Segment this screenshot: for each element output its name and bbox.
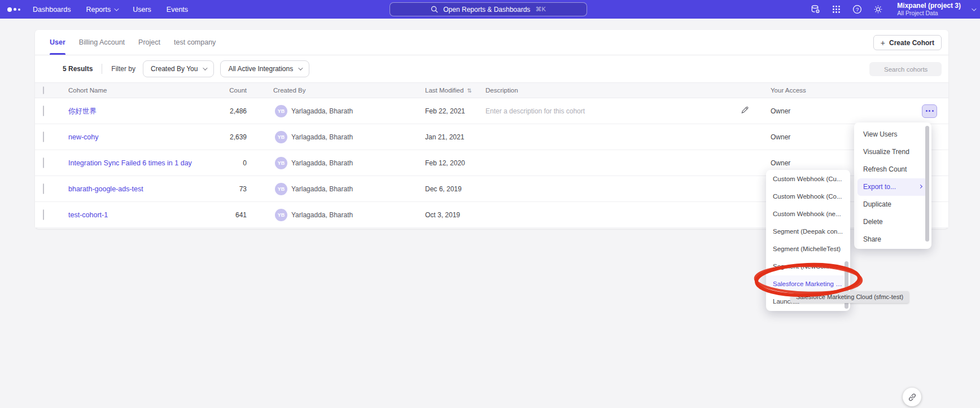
project-name: Mixpanel (project 3) [897, 2, 961, 10]
mixpanel-logo-icon[interactable] [7, 7, 20, 12]
global-search-placeholder: Open Reports & Dashboards [443, 6, 530, 14]
chevron-down-icon [203, 65, 208, 70]
tab-billing-account[interactable]: Billing Account [79, 30, 125, 55]
column-created-by: Created By [273, 87, 306, 94]
avatar: YB [275, 157, 287, 169]
filter-by-label: Filter by [111, 65, 135, 73]
access-level: Owner [771, 107, 790, 115]
nav-link-users[interactable]: Users [133, 6, 151, 14]
access-level: Owner [771, 133, 790, 141]
submenu-item-segment-michelletest[interactable]: Segment (MichelleTest) [766, 240, 844, 258]
last-modified-date: Feb 22, 2021 [425, 107, 465, 115]
divider [102, 64, 102, 74]
tab-user[interactable]: User [50, 30, 65, 55]
submenu-item-custom-webhook-1[interactable]: Custom Webhook (Cu... [766, 170, 844, 188]
avatar: YB [275, 183, 287, 195]
help-icon[interactable]: ? [852, 5, 862, 15]
search-icon [431, 6, 438, 13]
table-row: 你好世界 2,486 YB Yarlagadda, Bharath Feb 22… [35, 98, 948, 124]
cohort-name-link[interactable]: new-cohy [68, 133, 99, 141]
menu-item-duplicate[interactable]: Duplicate [854, 196, 931, 213]
submenu-item-custom-webhook-3[interactable]: Custom Webhook (ne... [766, 205, 844, 223]
share-link-floating-button[interactable] [903, 388, 921, 406]
svg-text:?: ? [856, 6, 859, 12]
export-destinations-submenu: Custom Webhook (Cu... Custom Webhook (Co… [766, 170, 850, 311]
menu-item-share[interactable]: Share [854, 231, 931, 248]
integrations-filter-dropdown[interactable]: All Active Integrations [220, 60, 309, 77]
edit-description-pencil-icon[interactable] [741, 106, 749, 116]
select-all-checkbox[interactable] [43, 86, 44, 94]
column-cohort-name: Cohort Name [68, 87, 107, 94]
link-icon [908, 393, 917, 402]
chevron-down-icon [298, 65, 303, 70]
created-by-name: Yarlagadda, Bharath [291, 185, 353, 193]
column-last-modified[interactable]: Last Modified⇅ [425, 87, 472, 94]
cohort-count: 2,639 [176, 133, 247, 141]
global-search-bar[interactable]: Open Reports & Dashboards ⌘K [390, 2, 587, 16]
cohort-name-link[interactable]: bharath-google-ads-test [68, 185, 143, 193]
plus-icon: + [881, 38, 885, 47]
export-destination-tooltip: Salesforce Marketing Cloud (sfmc-test) [790, 291, 909, 303]
description-placeholder[interactable]: Enter a description for this cohort [485, 107, 585, 115]
column-your-access: Your Access [771, 87, 806, 94]
tab-test-company[interactable]: test company [174, 30, 216, 55]
cohort-count: 641 [176, 211, 247, 219]
cohort-name-link[interactable]: test-cohort-1 [68, 211, 108, 219]
row-actions-context-menu: View Users Visualize Trend Refresh Count… [854, 122, 931, 249]
mixpanel-cohorts-screen: Dashboards Reports Users Events Open Rep… [0, 0, 980, 408]
project-chevron-down-icon[interactable] [972, 6, 976, 11]
last-modified-date: Feb 12, 2020 [425, 159, 465, 167]
last-modified-date: Dec 6, 2019 [425, 185, 462, 193]
chevron-down-icon [114, 6, 119, 11]
submenu-item-segment-newconnec[interactable]: Segment (NewConnec... [766, 258, 844, 275]
submenu-item-segment-deepak[interactable]: Segment (Deepak con... [766, 223, 844, 240]
menu-item-view-users[interactable]: View Users [854, 126, 931, 143]
search-cohorts-input[interactable] [869, 62, 942, 76]
row-actions-ellipsis-button[interactable] [922, 104, 937, 118]
created-by-name: Yarlagadda, Bharath [291, 159, 353, 167]
data-connections-icon[interactable] [810, 5, 820, 15]
menu-item-delete[interactable]: Delete [854, 213, 931, 231]
avatar: YB [275, 209, 287, 221]
nav-link-events[interactable]: Events [167, 6, 188, 14]
settings-gear-icon[interactable] [873, 5, 883, 15]
table-header: Cohort Name Count Created By Last Modifi… [35, 82, 948, 98]
sort-icon: ⇅ [467, 87, 471, 94]
column-count: Count [176, 87, 247, 94]
menu-item-refresh-count[interactable]: Refresh Count [854, 161, 931, 178]
submenu-item-salesforce-marketing-cloud[interactable]: Salesforce Marketing C... [766, 275, 844, 293]
last-modified-date: Oct 3, 2019 [425, 211, 460, 219]
avatar: YB [275, 131, 287, 143]
nav-right-cluster: ? Mixpanel (project 3) All Project Data [810, 0, 975, 19]
menu-item-visualize-trend[interactable]: Visualize Trend [854, 143, 931, 161]
row-checkbox[interactable] [43, 106, 44, 116]
search-shortcut: ⌘K [535, 6, 545, 13]
column-description: Description [485, 87, 518, 94]
created-by-filter-dropdown[interactable]: Created By You [143, 60, 214, 77]
submenu-chevron-right-icon [918, 185, 922, 188]
cohort-count: 2,486 [176, 107, 247, 115]
tab-project[interactable]: Project [138, 30, 160, 55]
avatar: YB [275, 105, 287, 117]
project-switcher[interactable]: Mixpanel (project 3) All Project Data [897, 2, 961, 17]
nav-link-dashboards[interactable]: Dashboards [33, 6, 71, 14]
cohort-name-link[interactable]: 你好世界 [68, 106, 97, 116]
row-checkbox[interactable] [43, 183, 44, 194]
row-checkbox[interactable] [43, 209, 44, 220]
top-nav: Dashboards Reports Users Events Open Rep… [0, 0, 980, 19]
filter-bar: 5 Results Filter by Created By You All A… [35, 55, 948, 82]
access-level: Owner [771, 159, 790, 167]
table-row: new-cohy 2,639 YB Yarlagadda, Bharath Ja… [35, 124, 948, 150]
menu-item-export-to[interactable]: Export to... [858, 178, 928, 196]
results-count: 5 Results [63, 65, 93, 73]
create-cohort-button[interactable]: + Create Cohort [873, 35, 942, 50]
cohort-name-link[interactable]: Integration Sync Failed 6 times in 1 day [68, 159, 192, 167]
nav-links: Dashboards Reports Users Events [33, 6, 188, 14]
menu-scrollbar-thumb[interactable] [925, 126, 929, 242]
row-checkbox[interactable] [43, 157, 44, 168]
submenu-item-custom-webhook-2[interactable]: Custom Webhook (Co... [766, 188, 844, 205]
nav-link-reports[interactable]: Reports [86, 6, 117, 14]
apps-grid-icon[interactable] [831, 5, 841, 15]
created-by-name: Yarlagadda, Bharath [291, 133, 353, 141]
row-checkbox[interactable] [43, 131, 44, 142]
